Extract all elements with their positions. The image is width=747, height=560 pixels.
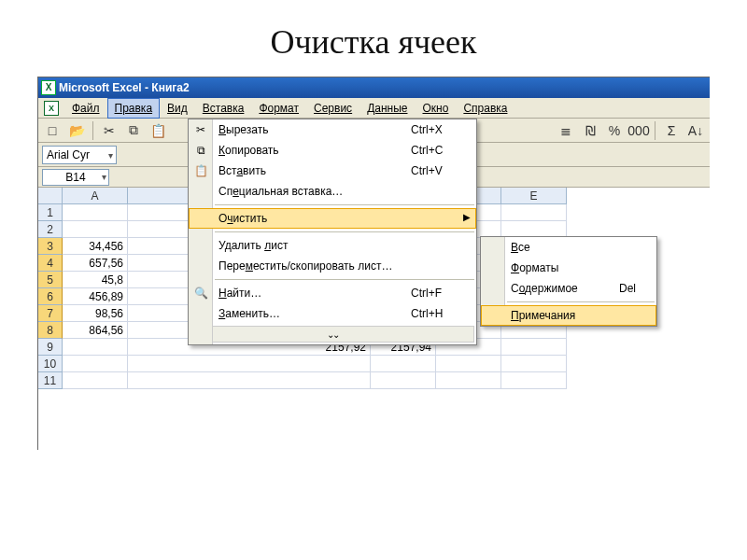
menu-window[interactable]: Окно xyxy=(415,98,456,119)
menu-edit[interactable]: Правка xyxy=(107,98,161,119)
cell[interactable] xyxy=(63,204,128,221)
new-icon[interactable]: □ xyxy=(42,120,63,141)
menu-file[interactable]: Файл xyxy=(64,98,107,119)
menu-data[interactable]: Данные xyxy=(359,98,415,119)
paste-icon[interactable]: 📋 xyxy=(148,120,168,141)
menu-copy[interactable]: ⧉ Копировать Ctrl+C xyxy=(189,140,476,161)
menu-label: Заменить… xyxy=(218,307,411,320)
menu-paste-special[interactable]: Специальная вставка… xyxy=(189,181,476,202)
submenu-clear-comments[interactable]: Примечания xyxy=(481,305,656,326)
cell[interactable] xyxy=(501,204,567,221)
grid-row: 10 xyxy=(38,356,710,372)
excel-window: X Microsoft Excel - Книга2 X Файл Правка… xyxy=(37,77,710,450)
cell[interactable]: 657,56 xyxy=(63,255,128,272)
binoculars-icon: 🔍 xyxy=(192,285,209,301)
menu-help[interactable]: Справка xyxy=(456,98,514,119)
menu-replace[interactable]: Заменить… Ctrl+H xyxy=(189,303,476,324)
cell[interactable]: 98,56 xyxy=(63,305,128,322)
cell[interactable]: 45,8 xyxy=(63,272,128,288)
excel-app-icon: X xyxy=(41,80,56,95)
cell[interactable] xyxy=(501,372,567,389)
submenu-clear-all[interactable]: Все xyxy=(481,237,656,258)
cell[interactable] xyxy=(501,339,567,356)
cell[interactable]: 864,56 xyxy=(63,322,128,339)
row-header[interactable]: 11 xyxy=(38,372,63,389)
menu-cut[interactable]: ✂ Вырезать Ctrl+X xyxy=(189,119,476,140)
cell[interactable] xyxy=(128,372,371,389)
grid-row: 11 xyxy=(38,372,710,389)
menu-label: Специальная вставка… xyxy=(218,185,476,198)
row-header[interactable]: 9 xyxy=(38,339,63,356)
submenu-clear-formats[interactable]: Форматы xyxy=(481,258,656,278)
row-header[interactable]: 6 xyxy=(38,288,63,305)
sort-icon[interactable]: A↓ xyxy=(685,120,706,141)
menu-view[interactable]: Вид xyxy=(160,98,195,119)
submenu-clear-contents[interactable]: Содержимое Del xyxy=(481,278,656,299)
copy-icon[interactable]: ⧉ xyxy=(123,120,144,141)
percent-icon[interactable]: % xyxy=(604,120,625,141)
menu-label: Переместить/скопировать лист… xyxy=(218,259,476,273)
cell[interactable] xyxy=(501,356,567,372)
menu-label: Удалить лист xyxy=(218,239,476,252)
menu-label: Содержимое xyxy=(511,282,619,295)
cell[interactable] xyxy=(128,356,371,372)
menu-move-copy-sheet[interactable]: Переместить/скопировать лист… xyxy=(189,256,476,276)
menu-separator xyxy=(507,301,655,302)
chevron-down-icon: ⌄⌄ xyxy=(327,329,338,340)
row-header[interactable]: 8 xyxy=(38,322,63,339)
menu-clear[interactable]: Очистить ▶ xyxy=(189,208,476,229)
clipboard-icon: 📋 xyxy=(192,162,209,179)
row-header[interactable]: 2 xyxy=(38,221,63,238)
menu-separator xyxy=(215,204,474,205)
row-header[interactable]: 1 xyxy=(38,204,63,221)
menu-expand-button[interactable]: ⌄⌄ xyxy=(190,326,474,343)
menu-find[interactable]: 🔍 Найти… Ctrl+F xyxy=(189,283,476,303)
menu-delete-sheet[interactable]: Удалить лист xyxy=(189,235,476,256)
row-header[interactable]: 5 xyxy=(38,272,63,288)
autosum-icon[interactable]: Σ xyxy=(661,120,682,141)
menu-tools[interactable]: Сервис xyxy=(306,98,359,119)
cell[interactable]: 34,456 xyxy=(63,238,128,255)
col-A[interactable]: A xyxy=(63,188,128,204)
menu-paste[interactable]: 📋 Вставить Ctrl+V xyxy=(189,161,476,181)
name-box[interactable]: B14 xyxy=(42,169,109,186)
cut-icon[interactable]: ✂ xyxy=(99,120,120,141)
clear-submenu: Все Форматы Содержимое Del Примечания xyxy=(480,236,657,327)
menu-label: Примечания xyxy=(511,309,656,322)
cell[interactable] xyxy=(63,339,128,356)
menu-shortcut: Ctrl+V xyxy=(411,164,476,177)
row-header[interactable]: 4 xyxy=(38,255,63,272)
cell[interactable]: 456,89 xyxy=(63,288,128,305)
menu-shortcut: Ctrl+X xyxy=(411,123,476,136)
submenu-arrow-icon: ▶ xyxy=(463,212,471,222)
cell[interactable] xyxy=(63,221,128,238)
currency-icon[interactable]: ₪ xyxy=(580,120,600,141)
menu-insert[interactable]: Вставка xyxy=(195,98,252,119)
select-all-corner[interactable] xyxy=(38,188,63,204)
scissors-icon: ✂ xyxy=(192,121,209,138)
col-E[interactable]: E xyxy=(501,188,567,204)
row-header[interactable]: 10 xyxy=(38,356,63,372)
row-header[interactable]: 3 xyxy=(38,238,63,255)
cell[interactable] xyxy=(436,372,501,389)
menu-label: Копировать xyxy=(218,144,411,157)
copy-icon: ⧉ xyxy=(192,142,209,159)
menu-separator xyxy=(215,279,474,280)
align-icon[interactable]: ≣ xyxy=(556,120,576,141)
cell[interactable] xyxy=(63,372,128,389)
cell[interactable] xyxy=(371,372,436,389)
font-name-combo[interactable]: Arial Cyr xyxy=(42,146,117,164)
menu-shortcut: Ctrl+C xyxy=(411,144,476,157)
cell[interactable] xyxy=(436,356,501,372)
cell[interactable] xyxy=(371,356,436,372)
title-bar: X Microsoft Excel - Книга2 xyxy=(38,77,710,98)
separator xyxy=(655,121,655,140)
edit-menu-dropdown: ✂ Вырезать Ctrl+X ⧉ Копировать Ctrl+C 📋 … xyxy=(188,119,477,345)
menu-label: Найти… xyxy=(218,287,411,300)
row-header[interactable]: 7 xyxy=(38,305,63,322)
menu-format[interactable]: Формат xyxy=(251,98,306,119)
cell[interactable] xyxy=(63,356,128,372)
slide-title: Очистка ячеек xyxy=(0,0,747,77)
open-icon[interactable]: 📂 xyxy=(66,120,87,141)
comma-icon[interactable]: 000 xyxy=(628,120,649,141)
